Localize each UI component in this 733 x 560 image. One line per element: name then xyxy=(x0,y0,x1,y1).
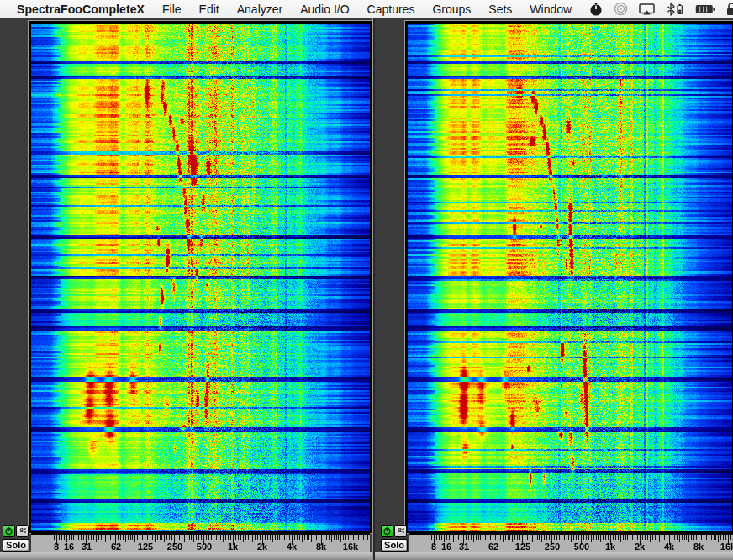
freq-label: 16k xyxy=(343,542,358,552)
solo-button[interactable]: Solo xyxy=(381,539,408,552)
freq-label: 8k xyxy=(316,542,326,552)
window-bottom-frame[interactable] xyxy=(0,552,372,560)
frequency-ruler-right: 8 16 31 62 125 250 500 1k 2k 4k 8k 16k xyxy=(409,533,733,552)
freq-label: 500 xyxy=(197,542,212,552)
freq-label: 16 xyxy=(64,542,74,552)
bluetooth-icon[interactable] xyxy=(666,0,684,18)
freq-label: 31 xyxy=(82,542,92,552)
display-mode-button[interactable]: 8: xyxy=(16,525,29,537)
spectrograph-window-left: 8 16 31 62 125 250 500 1k 2k 4k 8k 16k 8… xyxy=(0,18,373,560)
freq-label: 250 xyxy=(167,542,182,552)
airplay-icon[interactable] xyxy=(639,0,655,18)
ruler-ticks xyxy=(409,535,733,546)
spectrogram-panel-left xyxy=(29,21,372,533)
battery-icon[interactable] xyxy=(695,0,715,18)
freq-label: 125 xyxy=(138,542,153,552)
freq-label: 2k xyxy=(257,542,267,552)
menu-window[interactable]: Window xyxy=(530,3,572,16)
freq-label: 4k xyxy=(287,542,297,552)
bluetooth-device-battery-icon xyxy=(678,3,682,13)
freq-label: 2k xyxy=(635,542,645,552)
freq-label: 62 xyxy=(488,542,498,552)
window-bottom-frame[interactable] xyxy=(375,552,733,560)
signal-arcs-icon[interactable] xyxy=(614,0,628,18)
freq-label: 31 xyxy=(459,542,469,552)
mode-dots xyxy=(24,528,26,530)
app-menu[interactable]: SpectraFooCompleteX xyxy=(17,3,145,16)
spectrograph-window-right: 8 16 31 62 125 250 500 1k 2k 4k 8k 16k 8… xyxy=(375,18,733,560)
menu-sets[interactable]: Sets xyxy=(488,3,512,16)
spectrogram-display-right[interactable] xyxy=(408,24,732,531)
power-button[interactable] xyxy=(381,525,393,537)
menu-groups[interactable]: Groups xyxy=(432,3,471,16)
freq-label: 1k xyxy=(228,542,238,552)
freq-label: 16 xyxy=(441,542,451,552)
freq-label: 500 xyxy=(574,542,589,552)
freq-label: 250 xyxy=(545,542,560,552)
menu-items: File Edit Analyzer Audio I/O Captures Gr… xyxy=(145,3,572,16)
freq-label: 4k xyxy=(664,542,674,552)
spectrogram-panel-right xyxy=(405,21,733,533)
lock-icon[interactable] xyxy=(726,0,733,18)
freq-label: 125 xyxy=(515,542,530,552)
screen: SpectraFooCompleteX File Edit Analyzer A… xyxy=(0,0,733,560)
freq-label: 62 xyxy=(111,542,121,552)
mode-dots xyxy=(403,528,404,530)
freq-label: 16k xyxy=(720,542,733,552)
menu-bar: SpectraFooCompleteX File Edit Analyzer A… xyxy=(0,0,733,18)
display-mode-button[interactable]: 8: xyxy=(394,525,407,537)
menu-edit[interactable]: Edit xyxy=(199,3,219,16)
freq-label: 1k xyxy=(605,542,615,552)
freq-label: 8 xyxy=(54,542,59,552)
timer-icon[interactable] xyxy=(589,0,603,18)
menu-file[interactable]: File xyxy=(162,3,182,16)
freq-label: 8 xyxy=(431,542,436,552)
menu-captures[interactable]: Captures xyxy=(367,3,415,16)
menu-audio-io[interactable]: Audio I/O xyxy=(300,3,349,16)
solo-button[interactable]: Solo xyxy=(3,539,29,552)
freq-label: 8k xyxy=(693,542,704,552)
menu-analyzer[interactable]: Analyzer xyxy=(237,3,282,16)
spectrogram-display-left[interactable] xyxy=(31,24,370,531)
menu-status-icons xyxy=(589,0,733,18)
power-button[interactable] xyxy=(3,525,15,537)
frequency-ruler-left: 8 16 31 62 125 250 500 1k 2k 4k 8k 16k xyxy=(31,533,370,552)
